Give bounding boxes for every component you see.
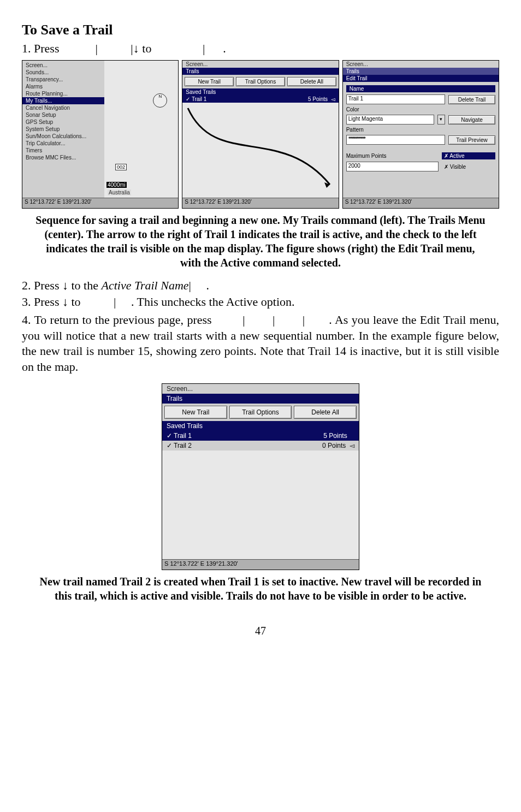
menu-trip-calc[interactable]: Trip Calculator... <box>22 140 104 147</box>
pattern-input[interactable]: **************** <box>346 135 445 145</box>
screenshot-menu-map: Screen... Sounds... Transparency... Alar… <box>22 60 179 209</box>
delete-all-button-c[interactable]: Delete All <box>294 406 357 419</box>
check-x-1: ✗ <box>444 153 448 159</box>
pipe-3: | <box>203 42 205 55</box>
menu-alarms[interactable]: Alarms <box>22 83 104 90</box>
trail-c1-points: 5 Points <box>323 432 347 440</box>
active-label: Active <box>449 153 464 159</box>
new-trail-button[interactable]: New Trail <box>185 77 234 86</box>
menu-transparency[interactable]: Transparency... <box>22 76 104 83</box>
caption-2: New trail named Trail 2 is created when … <box>35 574 486 603</box>
pipe-1: | <box>95 42 97 55</box>
menu-screen[interactable]: Screen... <box>22 62 104 69</box>
trails-button-row: New Trail Trail Options Delete All <box>182 75 338 88</box>
trail-row-c2[interactable]: ✓ Trail 2 0 Points ◅ <box>162 441 359 451</box>
arrow-down-icon: ↓ <box>133 42 139 55</box>
step3-c: . This unchecks the Active option. <box>131 295 295 309</box>
menu-route-planning[interactable]: Route Planning... <box>22 90 104 97</box>
max-points-label: Maximum Points <box>346 153 439 159</box>
menu-sounds[interactable]: Sounds... <box>22 69 104 76</box>
trail-1-points: 5 Points <box>308 96 328 102</box>
pipe-4: | <box>189 278 191 292</box>
color-dropdown-icon[interactable]: ▾ <box>437 115 445 125</box>
map-region-label: Australia <box>108 189 131 195</box>
trail-row-1[interactable]: ✓ Trail 1 5 Points ◅ <box>182 96 338 103</box>
trail-c1-name: ✓ Trail 1 <box>167 432 192 440</box>
breadcrumb-screen-c: Screen... <box>162 384 359 394</box>
status-bar-3: S 12°13.722' E 139°21.320' <box>343 198 499 208</box>
arrow-down-3-icon: ↓ <box>62 295 68 309</box>
step3-b: to <box>68 295 81 309</box>
status-bar-c: S 12°13.722' E 139°21.320' <box>162 559 359 570</box>
step2-b: to the <box>68 278 102 292</box>
trails-button-row-c: New Trail Trail Options Delete All <box>162 404 359 421</box>
trail-row-c1[interactable]: ✓ Trail 1 5 Points <box>162 431 359 441</box>
menu-cancel-nav[interactable]: Cancel Navigation <box>22 104 104 111</box>
menu-system-setup[interactable]: System Setup <box>22 126 104 133</box>
edit-trail-title: Edit Trail <box>343 75 499 82</box>
screenshot-trails-menu: Screen... Trails New Trail Trail Options… <box>182 60 339 209</box>
breadcrumb-screen: Screen... <box>182 61 338 68</box>
saved-trails-label-c: Saved Trails <box>162 421 359 431</box>
heading-badge: 002 <box>115 164 127 170</box>
step-1: 1. Press | |↓ to | . <box>22 42 499 56</box>
visible-checkbox[interactable]: ✗ Visible <box>442 163 495 170</box>
step1-text-a: 1. Press <box>22 42 59 55</box>
active-checkbox[interactable]: ✗ Active <box>442 152 495 159</box>
pipe-7: | <box>273 313 275 327</box>
dot-1: . <box>223 42 226 55</box>
trails-title-3: Trails <box>343 68 499 75</box>
name-label: Name <box>346 85 495 92</box>
menu-timers[interactable]: Timers <box>22 147 104 154</box>
status-bar-2: S 12°13.722' E 139°21.320' <box>182 198 338 208</box>
pipe-5: | <box>114 295 116 309</box>
menu-gps-setup[interactable]: GPS Setup <box>22 118 104 126</box>
trail-c2-name: ✓ Trail 2 <box>167 442 192 449</box>
menu-sonar-setup[interactable]: Sonar Setup <box>22 111 104 118</box>
trail-options-button-c[interactable]: Trail Options <box>229 406 292 419</box>
heading-to-save-trail: To Save a Trail <box>22 22 499 38</box>
trail-c2-points: 0 Points <box>322 442 346 449</box>
trail-options-button[interactable]: Trail Options <box>236 77 285 86</box>
caption-1: Sequence for saving a trail and beginnin… <box>35 213 486 270</box>
menu-browse-mmc[interactable]: Browse MMC Files... <box>22 154 104 161</box>
max-points-input[interactable]: 2000 <box>346 162 439 171</box>
center-screenshot-wrap: Screen... Trails New Trail Trail Options… <box>22 383 499 570</box>
compass-icon: N <box>153 93 167 108</box>
pipe-6: | <box>242 313 245 327</box>
menu-my-trails[interactable]: My Trails... <box>22 97 104 104</box>
screenshot-row: Screen... Sounds... Transparency... Alar… <box>22 60 499 209</box>
new-trail-button-c[interactable]: New Trail <box>164 406 227 419</box>
trails-title: Trails <box>182 68 338 75</box>
trail-name-input[interactable]: Trail 1 <box>346 94 445 104</box>
status-bar-1: S 12°13.722' E 139°21.320' <box>22 198 178 208</box>
breadcrumb-screen-3: Screen... <box>343 61 499 68</box>
step3-a: 3. Press <box>22 295 62 309</box>
map-scale: 4000mi <box>106 182 127 188</box>
active-arrow-icon: ◅ <box>331 96 335 102</box>
screenshot-edit-trail: Screen... Trails Edit Trail Name Trail 1… <box>342 60 499 209</box>
paragraph-4: 4. To return to the previous page, press… <box>22 312 499 375</box>
pattern-label: Pattern <box>346 127 495 133</box>
step2-a: 2. Press <box>22 278 62 292</box>
delete-all-button[interactable]: Delete All <box>287 77 336 86</box>
pipe-8: | <box>303 313 305 327</box>
trail-preview-button[interactable]: Trail Preview <box>448 135 495 145</box>
step-3: 3. Press ↓ to | . This unchecks the Acti… <box>22 295 499 309</box>
color-select[interactable]: Light Magenta <box>346 115 434 125</box>
saved-trails-label: Saved Trails <box>182 88 338 96</box>
trails-title-c: Trails <box>162 394 359 404</box>
delete-trail-button[interactable]: Delete Trail <box>448 95 495 104</box>
map-background: N 002 4000mi Australia <box>104 61 178 198</box>
step-2: 2. Press ↓ to the Active Trail Name| . <box>22 278 499 293</box>
navigate-button[interactable]: Navigate <box>448 115 495 125</box>
para4-a: 4. To return to the previous page, press <box>22 313 212 327</box>
trails-body-c <box>162 451 359 559</box>
menu-sun-moon[interactable]: Sun/Moon Calculations... <box>22 133 104 140</box>
main-menu: Screen... Sounds... Transparency... Alar… <box>22 61 104 198</box>
step1-text-b: to <box>142 42 151 55</box>
visible-label: Visible <box>450 164 466 170</box>
edit-trail-form: Name Trail 1 Delete Trail Color Light Ma… <box>343 82 499 198</box>
color-label: Color <box>346 106 495 112</box>
trail-line-icon <box>182 103 341 190</box>
